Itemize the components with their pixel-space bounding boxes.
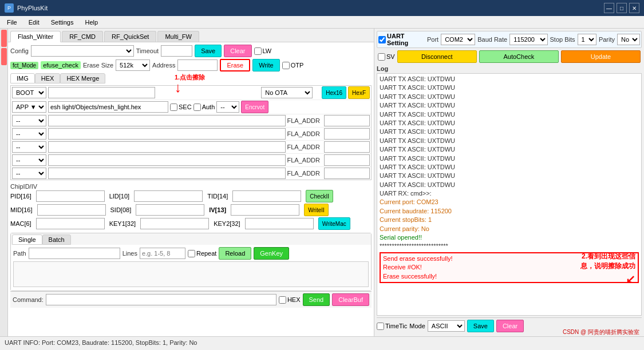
autocheck-button[interactable]: AutoCheck (479, 50, 559, 63)
sv-checkbox[interactable] (378, 53, 385, 61)
writeii-button[interactable]: WriteII (304, 204, 329, 216)
row6-addr[interactable] (324, 154, 370, 166)
auth-label[interactable]: Auth (193, 104, 215, 111)
hex-checkbox[interactable] (279, 296, 286, 304)
hex16-button[interactable]: Hex16 (322, 86, 346, 99)
command-input[interactable] (46, 294, 276, 305)
config-select[interactable] (31, 45, 134, 57)
otp-checkbox[interactable] (282, 62, 290, 69)
row3-path[interactable] (48, 115, 286, 126)
timeout-input[interactable]: 4000 (161, 45, 192, 57)
clear-config-button[interactable]: Clear (224, 45, 251, 57)
row7-select[interactable]: -- (12, 168, 46, 179)
sec-checkbox[interactable] (170, 104, 177, 111)
batch-textarea[interactable] (13, 261, 369, 287)
hex-checkbox-label[interactable]: HEX (279, 296, 301, 304)
log-line: UART RX: cmd>>: (380, 189, 639, 198)
row5-addr[interactable] (324, 141, 370, 153)
sid-input[interactable] (136, 204, 204, 216)
row6-path[interactable] (48, 154, 286, 166)
mode-select[interactable]: ASCII (428, 320, 465, 332)
row4-addr[interactable] (324, 128, 370, 140)
lw-checkbox[interactable] (254, 47, 262, 55)
tab-single[interactable]: Single (12, 234, 42, 245)
app-path[interactable] (48, 101, 168, 113)
row5-path[interactable] (48, 141, 286, 153)
log-area[interactable]: UART TX ASCII: UXTDWUUART TX ASCII: UXTD… (377, 73, 642, 316)
hexf-button[interactable]: HexF (348, 86, 370, 99)
app-select[interactable]: APP ▼ (12, 101, 46, 113)
tab-rf-quickset[interactable]: RF_QuickSet (104, 31, 156, 42)
iv-input[interactable] (231, 204, 299, 216)
tab-rf-cmd[interactable]: RF_CMD (62, 31, 103, 42)
app-slot-select[interactable]: -- (216, 101, 239, 113)
port-select[interactable]: COM2 ▼ (441, 34, 475, 45)
otp-checkbox-label[interactable]: OTP (282, 62, 304, 69)
log-clear-button[interactable]: Clear (496, 320, 524, 332)
lw-checkbox-label[interactable]: LW (254, 47, 272, 55)
tab-flash-writer[interactable]: Flash_Writer (10, 31, 61, 42)
row3-addr[interactable] (324, 115, 370, 126)
mac-input[interactable] (36, 218, 105, 229)
row5-select[interactable]: -- (12, 141, 46, 153)
send-button[interactable]: Send (303, 293, 330, 306)
window-controls[interactable]: — □ ✕ (604, 3, 639, 13)
parity-select[interactable]: No (617, 34, 640, 45)
row7-path[interactable] (48, 168, 286, 179)
disconnect-button[interactable]: Disconnect (397, 50, 477, 63)
timetic-checkbox[interactable] (377, 323, 384, 330)
maximize-button[interactable]: □ (617, 3, 627, 13)
repeat-label[interactable]: Repeat (188, 250, 216, 257)
genkey-button[interactable]: GenKey (254, 247, 289, 260)
minimize-button[interactable]: — (604, 3, 614, 13)
row7-addr[interactable] (324, 168, 370, 179)
sub-tab-img[interactable]: IMG (10, 73, 35, 83)
sub-tab-hex[interactable]: HEX (35, 73, 61, 83)
save-button[interactable]: Save (195, 45, 222, 57)
log-save-button[interactable]: Save (467, 320, 494, 332)
baud-rate-select[interactable]: 115200 (509, 34, 547, 45)
key1-input[interactable] (140, 218, 209, 229)
clearbuf-button[interactable]: ClearBuf (332, 293, 369, 306)
close-button[interactable]: ✕ (629, 3, 639, 13)
sub-tab-hex-merge[interactable]: HEX Merge (60, 73, 105, 83)
lid-input[interactable] (134, 190, 203, 202)
tab-batch[interactable]: Batch (42, 234, 71, 245)
sec-label[interactable]: SEC (170, 104, 192, 111)
row6-select[interactable]: -- (12, 154, 46, 166)
menu-help[interactable]: Help (82, 18, 100, 26)
update-button[interactable]: Update (561, 50, 641, 63)
path-input[interactable] (29, 248, 120, 259)
tid-input[interactable] (232, 190, 301, 202)
lines-input[interactable] (140, 248, 185, 259)
mid-input[interactable] (37, 204, 106, 216)
reload-button[interactable]: Reload (219, 247, 251, 260)
no-ota-select[interactable]: No OTA (261, 87, 313, 98)
tab-multi-fw[interactable]: Multi_FW (157, 31, 199, 42)
pid-input[interactable] (36, 190, 105, 202)
boot-path[interactable] (48, 87, 155, 98)
uart-setting-checkbox[interactable]: UART Setting (378, 33, 425, 46)
address-input[interactable] (177, 59, 218, 71)
menu-settings[interactable]: Settings (49, 18, 76, 26)
row3-select[interactable]: -- (12, 115, 46, 126)
erase-size-select[interactable]: 512k (116, 59, 150, 71)
hex-label: HEX (287, 296, 301, 303)
boot-select[interactable]: BOOT ▼ (12, 87, 46, 98)
timetic-label[interactable]: TimeTic (377, 323, 407, 330)
encrvot-button[interactable]: Encrvot (241, 101, 268, 113)
auth-checkbox[interactable] (193, 104, 201, 111)
uart-enabled-checkbox[interactable] (378, 36, 386, 43)
write-button[interactable]: Write (252, 59, 279, 71)
checkii-button[interactable]: CheckII (306, 190, 333, 202)
key2-input[interactable] (245, 218, 314, 229)
repeat-checkbox[interactable] (188, 250, 195, 257)
row4-select[interactable]: -- (12, 128, 46, 140)
sv-checkbox-label[interactable]: SV (378, 53, 395, 61)
writemac-button[interactable]: WriteMac (318, 217, 350, 230)
row4-path[interactable] (48, 128, 286, 140)
stop-bits-select[interactable]: 1 (578, 34, 596, 45)
menu-file[interactable]: File (5, 18, 19, 26)
erase-button[interactable]: Erase (220, 59, 250, 71)
menu-edit[interactable]: Edit (26, 18, 42, 26)
